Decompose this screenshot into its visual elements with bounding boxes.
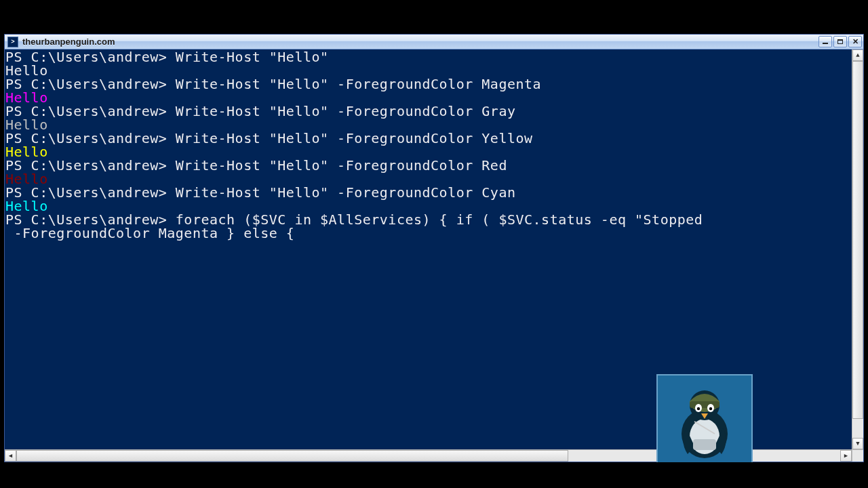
console-line: Hello	[5, 91, 863, 104]
vertical-scroll-thumb[interactable]	[852, 61, 863, 419]
console-line: Hello	[5, 172, 863, 186]
vertical-scrollbar[interactable]: ▲ ▼	[852, 49, 863, 449]
horizontal-scroll-thumb[interactable]	[16, 450, 568, 462]
scroll-right-button[interactable]: ▶	[840, 450, 852, 462]
window-controls: ✕	[818, 35, 863, 49]
console-line: PS C:\Users\andrew> foreach ($SVC in $Al…	[5, 213, 863, 226]
titlebar[interactable]: theurbanpenguin.com ✕	[5, 35, 863, 49]
scroll-left-button[interactable]: ◀	[5, 450, 16, 462]
powershell-icon	[7, 37, 18, 47]
console-line: PS C:\Users\andrew> Write-Host "Hello" -…	[5, 104, 863, 118]
console-line: Hello	[5, 64, 863, 77]
minimize-button[interactable]	[818, 36, 832, 47]
console-line: Hello	[5, 199, 863, 213]
console-line: Hello	[5, 118, 863, 131]
console-line: -ForegroundColor Magenta } else {	[5, 226, 863, 240]
svg-point-6	[697, 407, 700, 410]
console-line: PS C:\Users\andrew> Write-Host "Hello" -…	[5, 77, 863, 91]
penguin-icon	[667, 381, 742, 462]
webcam-overlay	[656, 374, 753, 469]
window-title: theurbanpenguin.com	[21, 37, 818, 47]
svg-point-7	[709, 407, 712, 410]
letterbox-bottom	[0, 462, 868, 488]
console-line: PS C:\Users\andrew> Write-Host "Hello" -…	[5, 186, 863, 199]
console-line: Hello	[5, 145, 863, 159]
letterbox-top	[0, 0, 868, 33]
svg-rect-9	[693, 439, 716, 450]
vertical-scroll-track[interactable]	[852, 61, 863, 438]
console-line: PS C:\Users\andrew> Write-Host "Hello" -…	[5, 159, 863, 172]
svg-rect-3	[690, 401, 719, 408]
console-line: PS C:\Users\andrew> Write-Host "Hello" -…	[5, 131, 863, 145]
scroll-down-button[interactable]: ▼	[852, 438, 863, 449]
maximize-button[interactable]	[833, 36, 847, 47]
scrollbar-corner	[852, 449, 863, 462]
scroll-up-button[interactable]: ▲	[852, 49, 863, 61]
console-line: PS C:\Users\andrew> Write-Host "Hello"	[5, 50, 863, 64]
close-button[interactable]: ✕	[848, 36, 862, 47]
